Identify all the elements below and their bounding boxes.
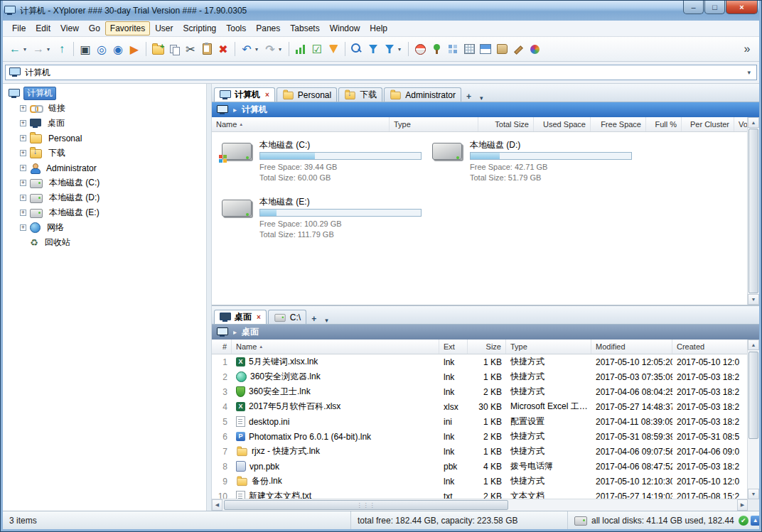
scroll-up-button[interactable]: ▲: [748, 117, 759, 128]
toolbar-overflow-button[interactable]: »: [739, 40, 755, 58]
file-row[interactable]: 10 新建文本文档.txt txt 2 KB 文本文档 2017-05-27 1…: [212, 489, 748, 499]
column-created[interactable]: Created: [672, 340, 748, 354]
menu-tabsets[interactable]: Tabsets: [285, 21, 324, 36]
expander-icon[interactable]: +: [20, 165, 26, 171]
tree-item-links[interactable]: + 链接: [3, 101, 206, 116]
scroll-right-button[interactable]: ▶: [737, 499, 748, 511]
ball-button[interactable]: [412, 40, 428, 58]
column-ext[interactable]: Ext: [439, 340, 468, 354]
filter-enable-button[interactable]: [382, 40, 397, 58]
drive-tile-c[interactable]: 本地磁盘 (C:) Free Space: 39.44 GB Total Siz…: [220, 139, 428, 183]
status-ok-icon[interactable]: ✔: [739, 516, 748, 526]
file-row[interactable]: 1 X5月关键词.xlsx.lnk lnk 1 KB 快捷方式 2017-05-…: [212, 354, 748, 369]
tab-personal[interactable]: Personal: [277, 87, 337, 102]
menu-window[interactable]: Window: [325, 21, 365, 36]
expander-icon[interactable]: +: [20, 135, 26, 141]
breadcrumb-label[interactable]: 桌面: [242, 326, 259, 338]
expander-icon[interactable]: +: [20, 195, 26, 201]
tab-downloads[interactable]: 下载: [338, 87, 382, 102]
tree-button[interactable]: [429, 40, 444, 58]
menu-tools[interactable]: Tools: [221, 21, 251, 36]
menu-favorites[interactable]: Favorites: [105, 21, 150, 36]
file-row[interactable]: 9 备份.lnk lnk 1 KB 快捷方式 2017-05-10 12:10:…: [212, 474, 748, 489]
drive-tile-e[interactable]: 本地磁盘 (E:) Free Space: 100.29 GB Total Si…: [220, 196, 428, 240]
scroll-left-button[interactable]: ◀: [212, 499, 222, 511]
column-full-pct[interactable]: Full %: [646, 117, 682, 131]
tab-close-icon[interactable]: ×: [257, 313, 261, 321]
maximize-button[interactable]: □: [704, 1, 725, 14]
top-vertical-scrollbar[interactable]: ▲ ▼: [747, 117, 759, 305]
grid-view-button[interactable]: [461, 40, 477, 58]
scroll-down-button[interactable]: ▼: [748, 294, 759, 305]
address-dropdown-caret[interactable]: ▾: [745, 69, 753, 76]
tree-item-drive-d[interactable]: + 本地磁盘 (D:): [3, 190, 206, 205]
menu-panes[interactable]: Panes: [251, 21, 285, 36]
bottom-vertical-scrollbar[interactable]: ▲ ▼: [747, 340, 759, 499]
file-row[interactable]: 8 vpn.pbk pbk 4 KB 拨号电话簿 2017-04-06 08:4…: [212, 459, 748, 474]
screen-button[interactable]: ▣: [77, 40, 93, 58]
close-button[interactable]: ×: [726, 1, 758, 14]
filter-dropdown-caret[interactable]: ▾: [398, 40, 404, 58]
status-upload-icon[interactable]: ▲: [751, 516, 759, 526]
redo-dropdown-caret[interactable]: ▾: [279, 40, 285, 58]
levels-button[interactable]: [293, 40, 308, 58]
expander-icon[interactable]: +: [20, 105, 26, 112]
tree-item-personal[interactable]: + Personal: [3, 131, 206, 146]
tab-desktop[interactable]: 桌面 ×: [214, 310, 267, 324]
column-size[interactable]: Size: [468, 340, 506, 354]
target-button[interactable]: ◎: [94, 40, 109, 58]
tree-item-recycle-bin[interactable]: ♻ 回收站: [3, 235, 206, 250]
new-folder-button[interactable]: [150, 40, 166, 58]
file-row[interactable]: 6 PPhotomatix Pro 6.0.1 (64-bit).lnk lnk…: [212, 429, 748, 444]
scroll-thumb[interactable]: [748, 129, 758, 293]
copy-button[interactable]: [166, 40, 182, 58]
expander-icon[interactable]: +: [20, 150, 26, 156]
bottom-breadcrumb[interactable]: ▸ 桌面: [212, 325, 759, 340]
up-button[interactable]: ↑: [54, 40, 70, 58]
undo-dropdown-caret[interactable]: ▾: [255, 40, 262, 58]
tree-pane-splitter[interactable]: [206, 84, 212, 511]
menu-scripting[interactable]: Scripting: [178, 21, 222, 36]
file-row[interactable]: 7 rjxz - 快捷方式.lnk lnk 1 KB 快捷方式 2017-04-…: [212, 444, 748, 459]
tree-item-downloads[interactable]: + 下载: [3, 146, 206, 161]
column-volume[interactable]: Vo: [734, 117, 748, 131]
menu-file[interactable]: File: [7, 21, 31, 36]
tab-list-caret[interactable]: ▾: [321, 317, 332, 324]
column-per-cluster[interactable]: Per Cluster: [682, 117, 734, 131]
tab-list-caret[interactable]: ▾: [476, 94, 487, 102]
notes-button[interactable]: [494, 40, 510, 58]
column-total-size[interactable]: Total Size: [478, 117, 534, 131]
column-type[interactable]: Type: [506, 340, 591, 354]
filter-button[interactable]: [365, 40, 381, 58]
pizza-button[interactable]: [326, 40, 341, 58]
scroll-thumb[interactable]: [748, 352, 758, 439]
column-free-space[interactable]: Free Space: [591, 117, 646, 131]
expander-icon[interactable]: +: [20, 224, 26, 231]
menu-view[interactable]: View: [55, 21, 84, 36]
file-row[interactable]: 5 desktop.ini ini 1 KB 配置设置 2017-04-11 0…: [212, 414, 748, 429]
forward-button[interactable]: →: [31, 40, 46, 58]
expander-icon[interactable]: +: [20, 180, 26, 186]
menu-user[interactable]: User: [150, 21, 178, 36]
minimize-button[interactable]: –: [683, 1, 704, 14]
menu-help[interactable]: Help: [365, 21, 392, 36]
address-input[interactable]: 计算机 ▾: [5, 65, 757, 80]
menu-go[interactable]: Go: [84, 21, 105, 36]
tree-item-drive-e[interactable]: + 本地磁盘 (E:): [3, 205, 206, 220]
new-tab-button[interactable]: +: [463, 92, 475, 102]
wand-button[interactable]: [510, 40, 526, 58]
expander-icon[interactable]: +: [20, 120, 26, 126]
delete-button[interactable]: ✖: [215, 40, 231, 58]
scroll-down-button[interactable]: ▼: [748, 489, 759, 499]
tree-item-network[interactable]: + 网络: [3, 220, 206, 235]
tree-item-administrator[interactable]: + Administrator: [3, 161, 206, 175]
redo-button[interactable]: ↷: [262, 40, 278, 58]
checkbox-mode-button[interactable]: ☑: [309, 40, 325, 58]
column-used-space[interactable]: Used Space: [534, 117, 591, 131]
bottom-horizontal-scrollbar[interactable]: ◀ ⋮⋮⋮ ▶: [212, 499, 748, 511]
expander-icon[interactable]: +: [20, 210, 26, 216]
chevron-right-icon[interactable]: ▸: [233, 106, 237, 114]
file-row[interactable]: 2 360安全浏览器.lnk lnk 1 KB 快捷方式 2017-05-03 …: [212, 369, 748, 384]
menu-edit[interactable]: Edit: [31, 21, 55, 36]
forward-dropdown-caret[interactable]: ▾: [47, 40, 53, 58]
